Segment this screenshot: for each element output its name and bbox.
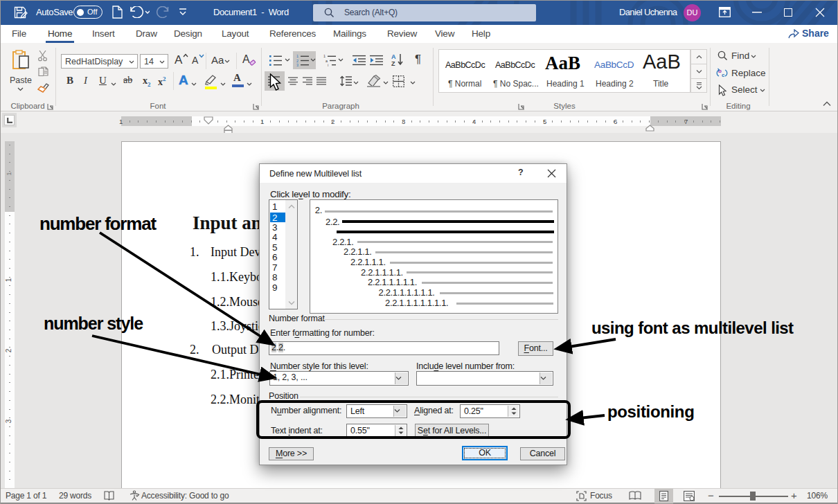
svg-text:Z: Z (391, 60, 395, 66)
svg-text:c: c (722, 72, 725, 78)
svg-text:1: 1 (296, 55, 298, 58)
svg-text:1: 1 (323, 55, 326, 58)
svg-text:2: 2 (296, 59, 298, 63)
svg-text:i: i (328, 63, 328, 66)
svg-text:A: A (391, 53, 396, 60)
svg-text:3: 3 (296, 63, 298, 66)
svg-text:a: a (326, 59, 328, 63)
